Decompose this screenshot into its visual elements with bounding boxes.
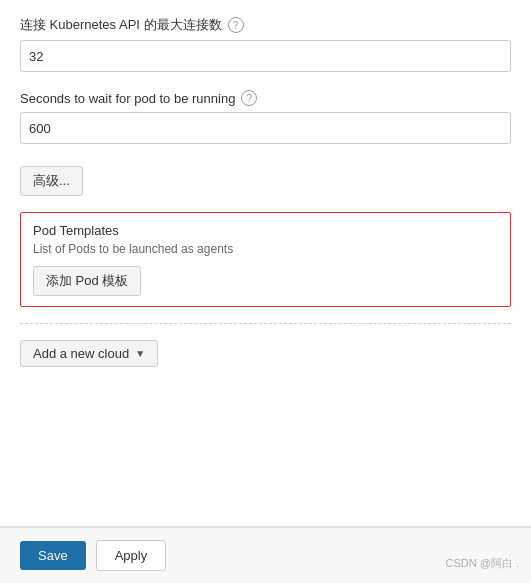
max-connections-help-icon[interactable]: ? xyxy=(228,17,244,33)
wait-seconds-help-icon[interactable]: ? xyxy=(241,90,257,106)
max-connections-text: 连接 Kubernetes API 的最大连接数 xyxy=(20,16,222,34)
divider xyxy=(20,323,511,324)
main-content: 连接 Kubernetes API 的最大连接数 ? Seconds to wa… xyxy=(0,0,531,527)
pod-templates-section: Pod Templates List of Pods to be launche… xyxy=(20,212,511,307)
add-cloud-section: Add a new cloud ▼ xyxy=(20,340,511,367)
max-connections-input[interactable] xyxy=(20,40,511,72)
page-container: 连接 Kubernetes API 的最大连接数 ? Seconds to wa… xyxy=(0,0,531,583)
advanced-button[interactable]: 高级... xyxy=(20,166,83,196)
add-pod-template-button[interactable]: 添加 Pod 模板 xyxy=(33,266,141,296)
max-connections-label: 连接 Kubernetes API 的最大连接数 ? xyxy=(20,16,511,34)
pod-templates-title: Pod Templates xyxy=(33,223,498,238)
add-cloud-label: Add a new cloud xyxy=(33,346,129,361)
wait-seconds-label: Seconds to wait for pod to be running ? xyxy=(20,90,511,106)
wait-seconds-section: Seconds to wait for pod to be running ? xyxy=(20,90,511,144)
wait-seconds-text: Seconds to wait for pod to be running xyxy=(20,91,235,106)
watermark: CSDN @阿白 . xyxy=(445,556,519,571)
footer: Save Apply xyxy=(0,527,531,583)
wait-seconds-input[interactable] xyxy=(20,112,511,144)
save-button[interactable]: Save xyxy=(20,541,86,570)
add-cloud-button[interactable]: Add a new cloud ▼ xyxy=(20,340,158,367)
apply-button[interactable]: Apply xyxy=(96,540,167,571)
pod-templates-description: List of Pods to be launched as agents xyxy=(33,242,498,256)
max-connections-section: 连接 Kubernetes API 的最大连接数 ? xyxy=(20,16,511,72)
dropdown-arrow-icon: ▼ xyxy=(135,348,145,359)
